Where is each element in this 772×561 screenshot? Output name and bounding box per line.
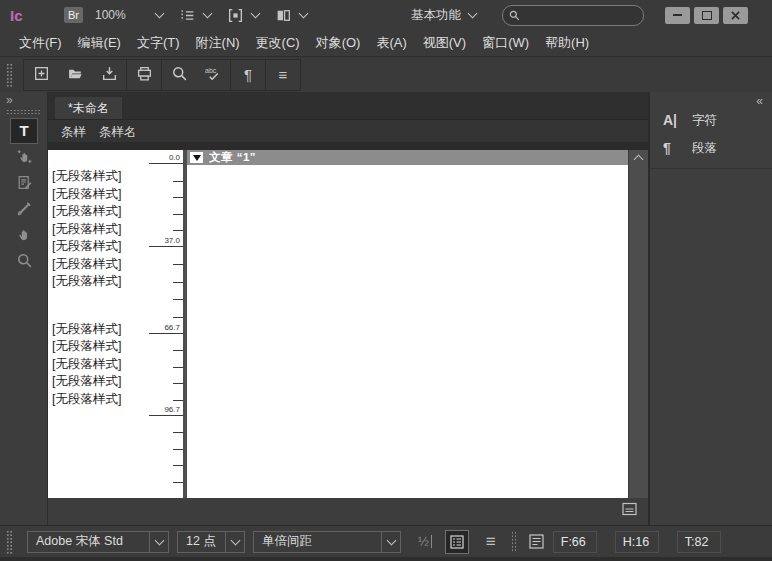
type-tool[interactable]: T — [10, 118, 38, 144]
vertical-scrollbar[interactable] — [628, 150, 648, 498]
copyfit-grip[interactable] — [511, 531, 517, 553]
font-family-select[interactable]: Adobe 宋体 Std — [27, 531, 169, 553]
story-collapse-toggle[interactable] — [190, 152, 203, 163]
search-input[interactable] — [524, 8, 618, 22]
ruler-label: 96.7 — [164, 405, 180, 414]
ruler-minor-tick — [173, 298, 183, 300]
copyfit-height-value: H:16 — [615, 531, 659, 553]
app-toolbar: abc¶≡ — [0, 57, 772, 93]
minimize-button[interactable] — [665, 7, 690, 24]
info-column-icon — [450, 535, 464, 549]
menu-item-5[interactable]: 对象(O) — [309, 34, 368, 52]
workspace-switcher[interactable]: 基本功能 — [411, 7, 476, 24]
ruler-minor-tick — [173, 399, 183, 401]
position-tool-icon — [16, 148, 33, 169]
menu-item-4[interactable]: 更改(C) — [249, 34, 307, 52]
zoom-tool[interactable] — [11, 250, 37, 274]
save-icon — [101, 65, 118, 85]
pilcrow-icon: ¶ — [244, 67, 252, 83]
chevron-down-icon — [468, 9, 478, 19]
minimize-icon — [673, 14, 682, 16]
spellcheck-icon: abc — [205, 65, 222, 85]
spellcheck-button[interactable]: abc — [196, 60, 230, 90]
eyedropper-tool[interactable] — [11, 198, 37, 222]
menu-button[interactable]: ≡ — [266, 60, 300, 90]
search-button[interactable] — [162, 60, 196, 90]
view-options-dropdown[interactable] — [179, 7, 211, 24]
ruler-label: 37.0 — [164, 236, 180, 245]
maximize-icon — [702, 11, 712, 20]
ruler-minor-tick — [173, 382, 183, 384]
story-editor[interactable]: 文章 “1” — [187, 150, 628, 498]
font-family-value: Adobe 宋体 Std — [28, 532, 149, 552]
screen-mode-dropdown[interactable] — [227, 7, 259, 24]
ruler-label: 0.0 — [169, 153, 180, 162]
document-tab[interactable]: *未命名 — [55, 97, 122, 119]
ruler-minor-tick — [173, 281, 183, 283]
svg-text:abc: abc — [205, 67, 217, 75]
fraction-half-icon[interactable]: ½ — [418, 534, 432, 549]
view-tab-0[interactable]: 条样 — [61, 123, 86, 141]
zoom-level-dropdown[interactable]: 100% — [95, 8, 163, 22]
close-button[interactable] — [723, 7, 748, 24]
statusbar-menu-icon[interactable]: ≡ — [486, 533, 496, 550]
zoom-tool-icon — [16, 252, 33, 273]
type-tool-icon: T — [19, 122, 28, 140]
toolbar-grip[interactable] — [6, 63, 13, 87]
menubar: 文件(F)编辑(E)文字(T)附注(N)更改(C)对象(O)表(A)视图(V)窗… — [0, 30, 772, 57]
eyedropper-tool-icon — [16, 200, 33, 221]
menu-item-2[interactable]: 文字(T) — [130, 34, 187, 52]
view-tab-1[interactable]: 条样名 — [99, 123, 137, 141]
pilcrow-button[interactable]: ¶ — [231, 60, 265, 90]
search-box[interactable] — [502, 5, 644, 26]
paragraph-style-label: [无段落样式] — [48, 373, 183, 391]
ruler-major-tick: 66.7 — [149, 323, 183, 334]
position-tool[interactable] — [11, 146, 37, 170]
note-tool[interactable] — [11, 172, 37, 196]
page-view-icon[interactable] — [620, 502, 639, 516]
print-button[interactable] — [127, 60, 161, 90]
toolbar-buttons: abc¶≡ — [23, 59, 301, 91]
ruler-major-tick: 37.0 — [149, 236, 183, 247]
right-panel-dock: « A|字符¶段落 — [648, 92, 772, 525]
arrange-documents-dropdown[interactable] — [275, 7, 307, 24]
expand-panels-icon[interactable]: » — [6, 93, 12, 107]
menu-item-6[interactable]: 表(A) — [369, 34, 413, 52]
bridge-button[interactable]: Br — [64, 7, 83, 23]
maximize-button[interactable] — [694, 7, 719, 24]
document-tab-bar: *未命名 — [48, 92, 648, 120]
tool-panel: » T — [0, 92, 48, 525]
chevron-down-icon — [251, 9, 261, 19]
panel-tab-段落[interactable]: ¶段落 — [650, 134, 772, 162]
line-spacing-value: 单倍间距 — [254, 532, 381, 552]
workspace-label: 基本功能 — [411, 7, 461, 24]
menu-item-9[interactable]: 帮助(H) — [538, 34, 596, 52]
ruler-minor-tick — [173, 431, 183, 433]
chevron-down-icon — [203, 9, 213, 19]
menu-item-7[interactable]: 视图(V) — [416, 34, 473, 52]
new-doc-button[interactable] — [24, 60, 58, 90]
menu-item-1[interactable]: 编辑(E) — [71, 34, 128, 52]
info-column-toggle[interactable] — [445, 530, 469, 554]
copyfit-fit-value: F:66 — [553, 531, 597, 553]
save-button[interactable] — [92, 60, 126, 90]
panel-tab-字符[interactable]: A|字符 — [650, 106, 772, 134]
statusbar: Adobe 宋体 Std 12 点 单倍间距 ½ ≡ F:66 H:16 T:8… — [0, 525, 772, 557]
menu-item-0[interactable]: 文件(F) — [12, 34, 69, 52]
hand-tool[interactable] — [11, 224, 37, 248]
tool-panel-grip[interactable] — [6, 109, 40, 114]
menu-item-8[interactable]: 窗口(W) — [475, 34, 536, 52]
new-doc-icon — [33, 65, 50, 85]
chevron-down-icon — [149, 532, 168, 552]
open-folder-button[interactable] — [58, 60, 92, 90]
line-spacing-select[interactable]: 单倍间距 — [253, 531, 401, 553]
open-folder-icon — [67, 65, 84, 85]
zoom-level-value: 100% — [95, 8, 126, 22]
story-header-label: 文章 “1” — [209, 150, 256, 165]
font-size-select[interactable]: 12 点 — [177, 531, 245, 553]
statusbar-grip[interactable] — [6, 530, 13, 554]
paragraph-style-label: [无段落样式] — [48, 203, 183, 221]
scroll-up-icon — [634, 155, 644, 165]
view-tab-bar: 条样条样名 — [48, 120, 648, 150]
menu-item-3[interactable]: 附注(N) — [189, 34, 247, 52]
